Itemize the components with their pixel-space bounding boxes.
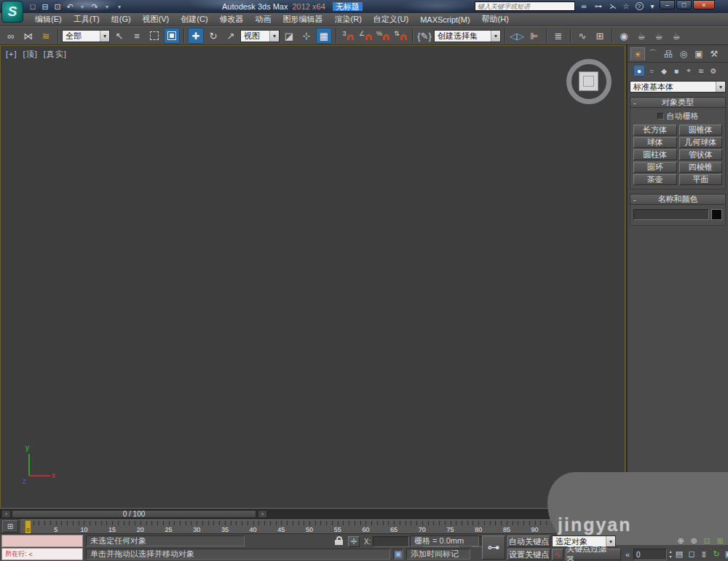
selection-lock-icon[interactable] xyxy=(335,536,343,545)
object-type-button-1[interactable]: 圆锥体 xyxy=(679,125,723,136)
select-and-move-icon[interactable]: ✚ xyxy=(188,28,204,44)
named-selection-sets-dropdown[interactable]: 创建选择集 ▾ xyxy=(434,30,501,42)
menu-item-0[interactable]: 编辑(E) xyxy=(29,14,68,25)
close-button[interactable]: × xyxy=(693,0,715,9)
subcategory-space-warps-icon[interactable]: ≋ xyxy=(695,65,707,76)
menu-item-7[interactable]: 图形编辑器 xyxy=(277,14,329,25)
select-object-icon[interactable]: ↖ xyxy=(111,28,127,44)
set-key-button[interactable]: 设置关键点 xyxy=(507,549,550,560)
object-type-button-0[interactable]: 长方体 xyxy=(633,125,677,136)
minimize-button[interactable]: – xyxy=(660,0,675,9)
fov-region-icon[interactable]: ◻ xyxy=(687,549,697,560)
menu-item-6[interactable]: 动画 xyxy=(250,14,277,25)
use-pivot-center-icon[interactable]: ◪ xyxy=(281,28,297,44)
unlink-selection-icon[interactable]: ⋈ xyxy=(20,28,36,44)
tab-modify-icon[interactable]: ⌒ xyxy=(646,47,660,60)
tab-display-icon[interactable]: ▣ xyxy=(692,47,706,60)
dropdown-arrow-icon[interactable]: ▾ xyxy=(491,31,500,42)
save-file-icon[interactable]: ⊡ xyxy=(52,1,63,12)
new-file-icon[interactable]: □ xyxy=(28,1,38,12)
object-type-button-6[interactable]: 圆环 xyxy=(633,162,677,173)
render-setup-icon[interactable]: ☕ xyxy=(633,28,649,44)
menu-item-2[interactable]: 组(G) xyxy=(106,14,137,25)
layer-manager-icon[interactable]: ≣ xyxy=(550,28,566,44)
redo-icon[interactable]: ↷ xyxy=(90,1,100,12)
subscription-key-icon[interactable]: ⊶ xyxy=(593,1,604,11)
maxscript-macro-recorder[interactable] xyxy=(1,535,83,547)
object-type-button-7[interactable]: 四棱锥 xyxy=(679,162,723,173)
spinner-snap-toggle-icon[interactable]: ⇅ xyxy=(392,28,408,44)
object-type-button-2[interactable]: 球体 xyxy=(633,137,677,148)
redo-caret-icon[interactable]: ▾ xyxy=(102,1,112,12)
view-cube[interactable] xyxy=(566,59,612,104)
schematic-view-icon[interactable]: ⊞ xyxy=(592,28,608,44)
object-type-button-5[interactable]: 管状体 xyxy=(679,149,723,160)
default-tangent-icon[interactable]: ∿ xyxy=(552,549,563,560)
select-by-name-icon[interactable]: ≡ xyxy=(129,28,145,44)
menu-item-8[interactable]: 渲染(R) xyxy=(329,14,368,25)
menu-item-3[interactable]: 视图(V) xyxy=(137,14,175,25)
object-type-button-4[interactable]: 圆柱体 xyxy=(633,149,677,160)
maximize-viewport-icon[interactable]: ▣ xyxy=(724,549,728,560)
frame-spinner[interactable]: ▴ ▾ xyxy=(667,549,674,560)
object-type-rollout-header[interactable]: - 对象类型 xyxy=(630,97,726,108)
menu-item-9[interactable]: 自定义(U) xyxy=(368,14,414,25)
zoom-icon[interactable]: ⊕ xyxy=(676,536,686,546)
render-production-icon[interactable]: ☕ xyxy=(668,28,684,44)
time-tag-icon[interactable]: ▣ xyxy=(393,549,403,560)
menu-item-4[interactable]: 创建(C) xyxy=(175,14,213,25)
mirror-icon[interactable]: ◁▷ xyxy=(509,28,525,44)
select-and-link-icon[interactable]: ∞ xyxy=(3,28,19,44)
window-crossing-toggle-icon[interactable] xyxy=(164,28,180,44)
object-name-field[interactable] xyxy=(633,209,709,220)
menu-item-5[interactable]: 修改器 xyxy=(214,14,250,25)
rectangular-selection-region-icon[interactable] xyxy=(146,28,162,44)
menu-item-11[interactable]: 帮助(H) xyxy=(476,14,515,25)
communication-center-icon[interactable]: ⋋ xyxy=(607,1,619,11)
dropdown-arrow-icon[interactable]: ▾ xyxy=(100,31,109,42)
collapse-minus-icon[interactable]: - xyxy=(633,98,636,107)
add-time-tag[interactable]: 添加时间标记 xyxy=(406,549,470,560)
angle-snap-toggle-icon[interactable]: ∠ xyxy=(357,28,373,44)
absolute-mode-toggle-icon[interactable]: ✛ xyxy=(348,536,360,547)
bind-to-space-warp-icon[interactable]: ≋ xyxy=(38,28,54,44)
open-file-icon[interactable]: ⊟ xyxy=(40,1,50,12)
menu-item-1[interactable]: 工具(T) xyxy=(68,14,106,25)
spinner-down-icon[interactable]: ▾ xyxy=(667,554,674,560)
search-input[interactable] xyxy=(475,1,575,11)
tab-hierarchy-icon[interactable]: 品 xyxy=(661,47,676,60)
dropdown-arrow-icon[interactable]: ▾ xyxy=(716,82,725,92)
toolbar-options-caret-icon[interactable]: ▾ xyxy=(114,1,124,12)
object-color-swatch[interactable] xyxy=(711,209,722,220)
material-editor-icon[interactable]: ◉ xyxy=(616,28,632,44)
key-mode-icon[interactable]: ▤ xyxy=(674,549,684,560)
previous-frame-button[interactable]: ‹ xyxy=(1,510,11,518)
auto-key-button[interactable]: 自动关键点 xyxy=(507,536,550,547)
time-ruler[interactable]: 0510152025303540455055606570758085900 xyxy=(20,519,570,533)
x-coordinate-field[interactable] xyxy=(373,536,409,547)
viewport-shading-label[interactable]: [真实] xyxy=(44,50,67,58)
maxscript-mini-listener[interactable]: 所在行: < xyxy=(1,548,83,560)
object-type-button-3[interactable]: 几何球体 xyxy=(679,137,723,148)
search-keywords-icon[interactable]: ∞ xyxy=(578,1,590,11)
snap-toggle-3d-icon[interactable]: 3 xyxy=(340,28,356,44)
object-type-button-9[interactable]: 平面 xyxy=(679,174,723,185)
maximize-button[interactable]: □ xyxy=(676,0,692,9)
subcategory-lights-icon[interactable]: ◆ xyxy=(658,65,670,76)
primitive-category-dropdown[interactable]: 标准基本体 ▾ xyxy=(630,81,726,93)
current-frame-field[interactable]: 0 xyxy=(633,549,667,560)
select-and-rotate-icon[interactable]: ↻ xyxy=(205,28,221,44)
undo-icon[interactable]: ↶ xyxy=(65,1,75,12)
next-frame-button[interactable]: › xyxy=(258,510,267,518)
open-mini-curve-editor-icon[interactable]: ⊞ xyxy=(2,520,18,533)
menu-item-10[interactable]: MAXScript(M) xyxy=(414,15,475,24)
viewport-menu-label[interactable]: [+] xyxy=(6,50,17,58)
tab-utilities-icon[interactable]: ⚒ xyxy=(707,47,721,60)
edit-named-selection-sets-icon[interactable]: {✎} xyxy=(416,28,432,44)
rendered-frame-window-icon[interactable]: ☕ xyxy=(651,28,667,44)
viewport-pov-label[interactable]: [顶] xyxy=(23,50,38,58)
current-frame-caret[interactable]: 0 xyxy=(25,520,31,534)
favorites-star-icon[interactable]: ☆ xyxy=(620,1,632,11)
zoom-extents-icon[interactable]: ⊡ xyxy=(702,536,712,546)
dropdown-arrow-icon[interactable]: ▾ xyxy=(269,31,279,42)
